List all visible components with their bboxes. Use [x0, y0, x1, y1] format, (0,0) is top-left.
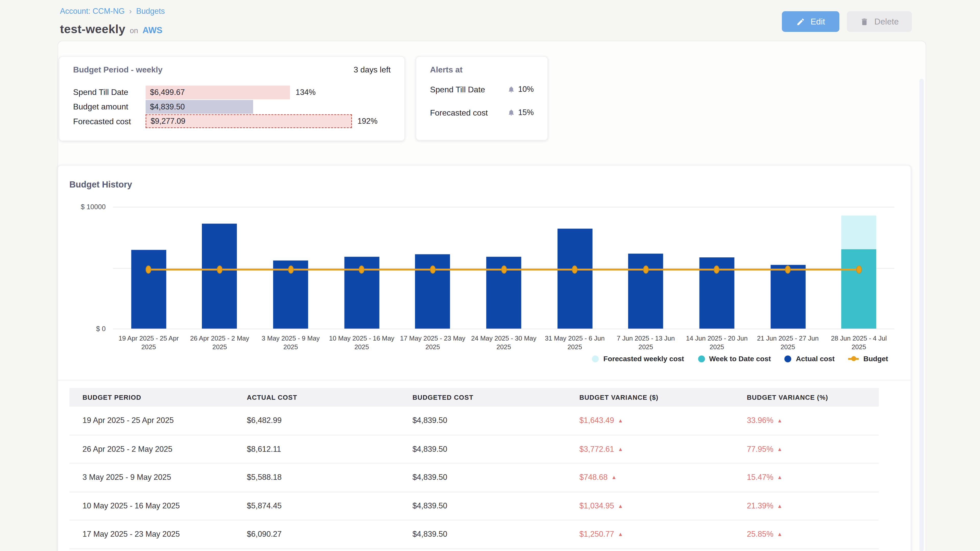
budget-line-marker: [430, 265, 436, 274]
cell-budget-variance-usd: $1,034.95▲: [566, 502, 734, 510]
table-header-cell: BUDGET VARIANCE (%): [734, 394, 879, 401]
cell-budget-period: 19 Apr 2025 - 25 Apr 2025: [69, 416, 234, 425]
breadcrumb-budgets-link[interactable]: Budgets: [136, 6, 165, 15]
cell-budget-period: 10 May 2025 - 16 May 2025: [69, 502, 234, 510]
cell-budget-period: 3 May 2025 - 9 May 2025: [69, 473, 234, 482]
budget-bar: $4,839.50: [146, 100, 253, 114]
budget-period-row-budget: Budget amount$4,839.50: [59, 100, 404, 114]
spend-percent: 134%: [296, 85, 315, 100]
spend-value: $6,499.67: [146, 88, 185, 97]
cell-budget-variance-pct: 21.39%▲: [734, 502, 879, 510]
up-arrow-icon: ▲: [618, 503, 623, 509]
actual-cost-bar[interactable]: [770, 265, 805, 329]
alert-row: Forecasted cost15%: [416, 105, 547, 120]
actual-cost-bar[interactable]: [628, 254, 663, 329]
x-axis-label: 10 May 2025 - 16 May 2025: [328, 334, 395, 351]
chart-legend: Forecasted weekly costWeek to Date costA…: [592, 355, 888, 362]
budget-value: $4,839.50: [146, 102, 185, 111]
cell-actual-cost: $6,090.27: [234, 530, 399, 538]
legend-line-dot: [851, 356, 856, 361]
cell-budgeted-cost: $4,839.50: [399, 530, 566, 538]
x-axis-label: 31 May 2025 - 6 Jun 2025: [541, 334, 608, 351]
cell-budgeted-cost: $4,839.50: [399, 445, 566, 453]
cell-budget-variance-usd: $3,772.61▲: [566, 445, 734, 453]
edit-button-label: Edit: [811, 17, 825, 26]
cell-actual-cost: $5,588.18: [234, 473, 399, 482]
cell-actual-cost: $6,482.99: [234, 416, 399, 425]
up-arrow-icon: ▲: [777, 418, 783, 424]
alerts-title: Alerts at: [430, 65, 463, 75]
budget-history-title: Budget History: [69, 179, 132, 189]
legend-item-week-to-date-cost[interactable]: Week to Date cost: [698, 355, 771, 362]
x-axis-label: 14 Jun 2025 - 20 Jun 2025: [683, 334, 751, 351]
forecast-bar: $9,277.09: [146, 114, 352, 128]
panel-scrollbar[interactable]: [919, 79, 924, 551]
edit-button[interactable]: Edit: [782, 11, 839, 32]
budget-period-row-label: Forecasted cost: [73, 114, 131, 129]
week-to-date-cost-bar[interactable]: [842, 249, 877, 329]
budget-detail-page: Account: CCM-NG › Budgets test-weekly on…: [0, 0, 980, 551]
table-header-cell: ACTUAL COST: [234, 394, 399, 401]
cell-budget-period: 26 Apr 2025 - 2 May 2025: [69, 445, 234, 453]
budget-period-row-forecast: Forecasted cost$9,277.09192%: [59, 114, 404, 129]
cell-budgeted-cost: $4,839.50: [399, 473, 566, 482]
breadcrumb-separator-icon: ›: [129, 6, 132, 16]
table-header-cell: BUDGET VARIANCE ($): [566, 394, 734, 401]
actual-cost-bar[interactable]: [131, 250, 166, 329]
cell-budget-variance-usd: $748.68▲: [566, 473, 734, 482]
budget-period-row-label: Spend Till Date: [73, 85, 128, 100]
table-row: 10 May 2025 - 16 May 2025$5,874.45$4,839…: [69, 492, 879, 520]
divider: [58, 380, 911, 380]
legend-dot: [592, 355, 599, 362]
alert-threshold-value: 10%: [518, 85, 534, 94]
bell-icon: [508, 109, 515, 116]
cell-budget-variance-pct: 15.47%▲: [734, 473, 879, 482]
legend-item-budget[interactable]: Budget: [848, 355, 888, 362]
legend-item-actual-cost[interactable]: Actual cost: [784, 355, 835, 362]
up-arrow-icon: ▲: [777, 531, 783, 537]
legend-dot: [698, 355, 705, 362]
cell-budgeted-cost: $4,839.50: [399, 416, 566, 425]
bell-icon: [508, 86, 515, 93]
budget-period-row-spend: Spend Till Date$6,499.67134%: [59, 85, 404, 100]
table-row: 17 May 2025 - 23 May 2025$6,090.27$4,839…: [69, 520, 879, 549]
alert-threshold: 15%: [508, 105, 534, 120]
cell-budgeted-cost: $4,839.50: [399, 502, 566, 510]
delete-button-label: Delete: [874, 17, 899, 26]
actual-cost-bar[interactable]: [202, 224, 237, 329]
legend-label: Week to Date cost: [709, 355, 771, 362]
forecast-value: $9,277.09: [146, 117, 185, 126]
cell-budget-variance-pct: 33.96%▲: [734, 416, 879, 425]
gridline-10000: [113, 207, 894, 207]
cell-budget-variance-usd: $1,643.49▲: [566, 416, 734, 425]
up-arrow-icon: ▲: [777, 503, 783, 509]
delete-button[interactable]: Delete: [847, 11, 912, 32]
x-axis-label: 17 May 2025 - 23 May 2025: [399, 334, 466, 351]
budget-history-table: BUDGET PERIODACTUAL COSTBUDGETED COSTBUD…: [69, 388, 879, 549]
trash-icon: [860, 17, 869, 26]
up-arrow-icon: ▲: [777, 474, 783, 480]
up-arrow-icon: ▲: [777, 446, 783, 452]
alert-label: Forecasted cost: [430, 105, 488, 120]
up-arrow-icon: ▲: [618, 531, 623, 537]
breadcrumb-account-link[interactable]: Account: CCM-NG: [60, 6, 124, 15]
legend-item-forecasted-weekly-cost[interactable]: Forecasted weekly cost: [592, 355, 684, 362]
budget-line-marker: [643, 265, 649, 274]
cell-actual-cost: $5,874.45: [234, 502, 399, 510]
up-arrow-icon: ▲: [618, 446, 623, 452]
x-axis-label: 19 Apr 2025 - 25 Apr 2025: [115, 334, 182, 351]
alert-threshold-value: 15%: [518, 108, 534, 117]
budget-period-rows: Spend Till Date$6,499.67134%Budget amoun…: [59, 85, 404, 129]
x-axis-label: 3 May 2025 - 9 May 2025: [257, 334, 325, 351]
table-header-cell: BUDGETED COST: [399, 394, 566, 401]
actual-cost-bar[interactable]: [557, 229, 592, 329]
budget-line-marker: [856, 265, 862, 274]
up-arrow-icon: ▲: [618, 418, 623, 424]
legend-label: Budget: [863, 355, 888, 362]
x-axis-label: 7 Jun 2025 - 13 Jun 2025: [612, 334, 679, 351]
alerts-card: Alerts at Spend Till Date10%Forecasted c…: [416, 56, 548, 141]
table-body: 19 Apr 2025 - 25 Apr 2025$6,482.99$4,839…: [69, 407, 879, 549]
legend-dot: [784, 355, 791, 362]
cell-actual-cost: $8,612.11: [234, 445, 399, 453]
alert-threshold: 10%: [508, 82, 534, 97]
